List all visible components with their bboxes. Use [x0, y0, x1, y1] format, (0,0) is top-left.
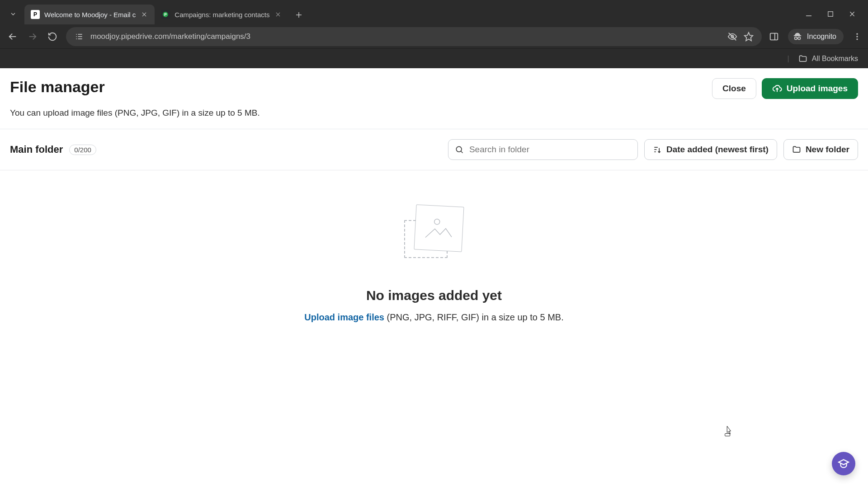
svg-point-25 — [795, 37, 797, 39]
upload-link[interactable]: Upload image files — [304, 312, 384, 322]
empty-state: No images added yet Upload image files (… — [0, 170, 868, 323]
upload-images-button[interactable]: Upload images — [762, 78, 858, 99]
svg-point-26 — [798, 37, 801, 39]
close-window-button[interactable] — [848, 10, 856, 18]
close-button[interactable]: Close — [712, 78, 756, 99]
svg-point-28 — [856, 33, 858, 34]
folder-toolbar: Main folder 0/200 Date added (newest fir… — [0, 129, 868, 170]
sort-button[interactable]: Date added (newest first) — [644, 139, 777, 160]
sort-label: Date added (newest first) — [666, 145, 769, 155]
address-bar[interactable]: moodjoy.pipedrive.com/marketing/campaign… — [66, 27, 762, 46]
browser-menu-button[interactable] — [853, 32, 862, 41]
tab-inactive[interactable]: P Campaigns: marketing contacts — [155, 5, 288, 24]
folder-name: Main folder — [10, 144, 63, 155]
svg-marker-22 — [745, 32, 753, 40]
item-count-badge: 0/200 — [69, 145, 96, 155]
svg-point-37 — [434, 219, 440, 225]
folder-icon — [792, 145, 801, 154]
search-input[interactable] — [469, 145, 631, 155]
favicon-icon: P — [161, 10, 170, 19]
image-placeholder-icon — [422, 214, 455, 243]
tab-title: Campaigns: marketing contacts — [175, 11, 269, 19]
page-subtitle: You can upload image files (PNG, JPG, GI… — [0, 108, 868, 129]
browser-chrome: P Welcome to Moodjoy - Email c P Campaig… — [0, 0, 868, 68]
svg-rect-9 — [828, 12, 833, 17]
browser-toolbar: moodjoy.pipedrive.com/marketing/campaign… — [0, 24, 868, 48]
cursor-icon — [723, 425, 733, 437]
svg-text:P: P — [165, 13, 167, 17]
new-folder-label: New folder — [806, 145, 849, 155]
bookmarks-bar: | All Bookmarks — [0, 48, 868, 68]
maximize-button[interactable] — [826, 10, 835, 18]
tab-close-button[interactable] — [140, 10, 148, 19]
bookmark-star-icon[interactable] — [744, 32, 754, 42]
empty-hint-rest: (PNG, JPG, RIFF, GIF) in a size up to 5 … — [384, 312, 564, 322]
folder-icon — [798, 54, 807, 63]
back-button[interactable] — [6, 30, 19, 43]
incognito-label: Incognito — [807, 33, 836, 41]
sort-icon — [653, 145, 662, 154]
tab-active[interactable]: P Welcome to Moodjoy - Email c — [24, 5, 155, 24]
site-info-icon[interactable] — [74, 32, 84, 42]
empty-illustration — [402, 202, 466, 261]
incognito-indicator[interactable]: Incognito — [788, 29, 844, 44]
page-content: File manager Close Upload images You can… — [0, 68, 868, 488]
tab-strip: P Welcome to Moodjoy - Email c P Campaig… — [0, 0, 868, 24]
empty-hint: Upload image files (PNG, JPG, RIFF, GIF)… — [304, 312, 563, 323]
svg-point-32 — [456, 146, 462, 152]
svg-point-30 — [856, 38, 858, 40]
tab-close-button[interactable] — [274, 10, 282, 19]
page-title: File manager — [10, 78, 105, 96]
window-controls — [805, 10, 863, 24]
help-fab[interactable] — [832, 452, 855, 475]
minimize-button[interactable] — [805, 10, 813, 18]
side-panel-icon[interactable] — [769, 32, 779, 42]
url-text: moodjoy.pipedrive.com/marketing/campaign… — [90, 32, 721, 41]
tab-title: Welcome to Moodjoy - Email c — [44, 11, 136, 19]
page-header: File manager Close Upload images — [0, 68, 868, 108]
svg-rect-38 — [725, 434, 730, 436]
graduation-cap-icon — [838, 458, 849, 469]
search-tabs-button[interactable] — [5, 6, 21, 22]
search-input-wrapper[interactable] — [448, 139, 638, 160]
upload-label: Upload images — [787, 84, 848, 94]
reload-button[interactable] — [46, 30, 59, 43]
new-tab-button[interactable] — [291, 7, 307, 23]
cloud-upload-icon — [772, 84, 782, 94]
search-icon — [455, 145, 464, 154]
svg-point-29 — [856, 36, 858, 37]
favicon-icon: P — [31, 10, 40, 19]
new-folder-button[interactable]: New folder — [783, 139, 858, 160]
svg-rect-23 — [770, 33, 778, 40]
all-bookmarks-button[interactable]: All Bookmarks — [812, 55, 858, 63]
svg-line-33 — [461, 151, 463, 153]
forward-button[interactable] — [26, 30, 39, 43]
eye-off-icon[interactable] — [727, 32, 737, 42]
empty-title: No images added yet — [366, 288, 502, 303]
